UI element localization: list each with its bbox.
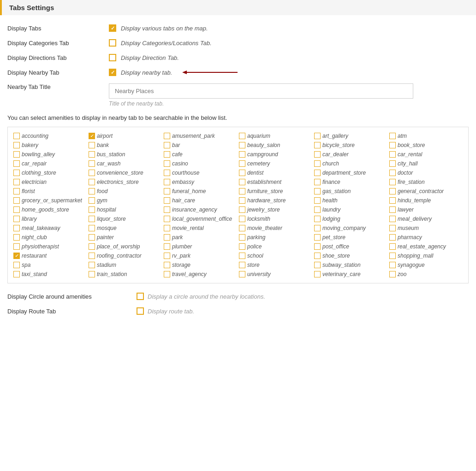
amenity-checkbox-hospital[interactable] xyxy=(89,206,95,213)
amenity-checkbox-bus_station[interactable] xyxy=(89,151,95,158)
amenity-checkbox-synagogue[interactable] xyxy=(389,262,396,268)
amenity-checkbox-shoe_store[interactable] xyxy=(314,253,321,259)
amenity-checkbox-amusement_park[interactable] xyxy=(164,133,170,139)
amenity-checkbox-general_contractor[interactable] xyxy=(389,188,396,194)
amenity-checkbox-train_station[interactable] xyxy=(89,271,95,277)
amenity-checkbox-car_rental[interactable] xyxy=(389,151,396,158)
amenity-checkbox-spa[interactable] xyxy=(13,262,20,268)
amenity-checkbox-beauty_salon[interactable] xyxy=(239,142,245,148)
amenity-checkbox-electrician[interactable] xyxy=(13,179,20,185)
nearby-title-input[interactable] xyxy=(109,83,413,99)
amenity-checkbox-hair_care[interactable] xyxy=(164,197,170,204)
amenity-checkbox-parking[interactable] xyxy=(239,234,245,241)
amenity-checkbox-movie_rental[interactable] xyxy=(164,225,170,231)
amenity-checkbox-grocery_or_supermarket[interactable] xyxy=(13,197,20,204)
amenity-checkbox-veterinary_care[interactable] xyxy=(314,271,321,277)
amenity-checkbox-campground[interactable] xyxy=(239,151,245,158)
amenity-checkbox-furniture_store[interactable] xyxy=(239,188,245,194)
amenity-checkbox-mosque[interactable] xyxy=(89,225,95,231)
amenity-checkbox-home_goods_store[interactable] xyxy=(13,206,20,213)
display-tabs-checkbox[interactable] xyxy=(109,24,116,32)
amenity-checkbox-storage[interactable] xyxy=(164,262,170,268)
amenity-checkbox-establishment[interactable] xyxy=(239,179,245,185)
amenity-checkbox-painter[interactable] xyxy=(89,234,95,241)
amenity-checkbox-jewelry_store[interactable] xyxy=(239,206,245,213)
display-directions-checkbox[interactable] xyxy=(109,54,116,61)
amenity-checkbox-bar[interactable] xyxy=(164,142,170,148)
amenity-checkbox-store[interactable] xyxy=(239,262,245,268)
amenity-checkbox-aquarium[interactable] xyxy=(239,133,245,139)
amenity-checkbox-cafe[interactable] xyxy=(164,151,170,158)
amenity-checkbox-travel_agency[interactable] xyxy=(164,271,170,277)
amenity-checkbox-police[interactable] xyxy=(239,243,245,250)
amenity-checkbox-meal_takeaway[interactable] xyxy=(13,225,20,231)
amenity-checkbox-electronics_store[interactable] xyxy=(89,179,95,185)
amenity-checkbox-finance[interactable] xyxy=(314,179,321,185)
amenity-checkbox-pet_store[interactable] xyxy=(314,234,321,241)
amenity-checkbox-roofing_contractor[interactable] xyxy=(89,253,95,259)
amenity-checkbox-bicycle_store[interactable] xyxy=(314,142,321,148)
amenity-checkbox-dentist[interactable] xyxy=(239,170,245,176)
amenity-checkbox-laundry[interactable] xyxy=(314,206,321,213)
amenity-checkbox-real_estate_agency[interactable] xyxy=(389,243,396,250)
amenity-checkbox-meal_delivery[interactable] xyxy=(389,216,396,222)
amenity-checkbox-local_government_office[interactable] xyxy=(164,216,170,222)
amenity-checkbox-bank[interactable] xyxy=(89,142,95,148)
amenity-checkbox-courthouse[interactable] xyxy=(164,170,170,176)
amenity-checkbox-hindu_temple[interactable] xyxy=(389,197,396,204)
amenity-checkbox-school[interactable] xyxy=(239,253,245,259)
amenity-checkbox-car_wash[interactable] xyxy=(89,160,95,167)
amenity-checkbox-florist[interactable] xyxy=(13,188,20,194)
amenity-checkbox-rv_park[interactable] xyxy=(164,253,170,259)
amenity-checkbox-shopping_mall[interactable] xyxy=(389,253,396,259)
amenity-checkbox-insurance_agency[interactable] xyxy=(164,206,170,213)
amenity-checkbox-liquor_store[interactable] xyxy=(89,216,95,222)
amenity-checkbox-health[interactable] xyxy=(314,197,321,204)
display-nearby-checkbox[interactable] xyxy=(109,69,116,76)
amenity-checkbox-food[interactable] xyxy=(89,188,95,194)
amenity-checkbox-lodging[interactable] xyxy=(314,216,321,222)
amenity-checkbox-plumber[interactable] xyxy=(164,243,170,250)
amenity-checkbox-zoo[interactable] xyxy=(389,271,396,277)
amenity-checkbox-atm[interactable] xyxy=(389,133,396,139)
amenity-checkbox-library[interactable] xyxy=(13,216,20,222)
amenity-checkbox-taxi_stand[interactable] xyxy=(13,271,20,277)
amenity-checkbox-movie_theater[interactable] xyxy=(239,225,245,231)
amenity-checkbox-department_store[interactable] xyxy=(314,170,321,176)
amenity-checkbox-place_of_worship[interactable] xyxy=(89,243,95,250)
amenity-checkbox-clothing_store[interactable] xyxy=(13,170,20,176)
amenity-checkbox-fire_station[interactable] xyxy=(389,179,396,185)
amenity-checkbox-university[interactable] xyxy=(239,271,245,277)
amenity-checkbox-museum[interactable] xyxy=(389,225,396,231)
amenity-checkbox-moving_company[interactable] xyxy=(314,225,321,231)
amenity-checkbox-bowling_alley[interactable] xyxy=(13,151,20,158)
amenity-checkbox-casino[interactable] xyxy=(164,160,170,167)
display-circle-checkbox[interactable] xyxy=(137,293,144,300)
amenity-checkbox-bakery[interactable] xyxy=(13,142,20,148)
amenity-checkbox-city_hall[interactable] xyxy=(389,160,396,167)
amenity-checkbox-pharmacy[interactable] xyxy=(389,234,396,241)
amenity-checkbox-gym[interactable] xyxy=(89,197,95,204)
amenity-checkbox-lawyer[interactable] xyxy=(389,206,396,213)
amenity-checkbox-airport[interactable] xyxy=(89,133,95,139)
amenity-checkbox-car_dealer[interactable] xyxy=(314,151,321,158)
amenity-checkbox-post_office[interactable] xyxy=(314,243,321,250)
amenity-checkbox-subway_station[interactable] xyxy=(314,262,321,268)
amenity-checkbox-embassy[interactable] xyxy=(164,179,170,185)
amenity-checkbox-convenience_store[interactable] xyxy=(89,170,95,176)
amenity-checkbox-physiotherapist[interactable] xyxy=(13,243,20,250)
amenity-checkbox-church[interactable] xyxy=(314,160,321,167)
amenity-checkbox-funeral_home[interactable] xyxy=(164,188,170,194)
display-categories-checkbox[interactable] xyxy=(109,39,116,47)
amenity-checkbox-art_gallery[interactable] xyxy=(314,133,321,139)
amenity-checkbox-stadium[interactable] xyxy=(89,262,95,268)
amenity-checkbox-cemetery[interactable] xyxy=(239,160,245,167)
amenity-checkbox-book_store[interactable] xyxy=(389,142,396,148)
amenity-checkbox-night_club[interactable] xyxy=(13,234,20,241)
amenity-checkbox-restaurant[interactable] xyxy=(13,253,20,259)
display-route-checkbox[interactable] xyxy=(137,307,144,315)
amenity-checkbox-gas_station[interactable] xyxy=(314,188,321,194)
amenity-checkbox-locksmith[interactable] xyxy=(239,216,245,222)
amenity-checkbox-car_repair[interactable] xyxy=(13,160,20,167)
amenity-checkbox-doctor[interactable] xyxy=(389,170,396,176)
